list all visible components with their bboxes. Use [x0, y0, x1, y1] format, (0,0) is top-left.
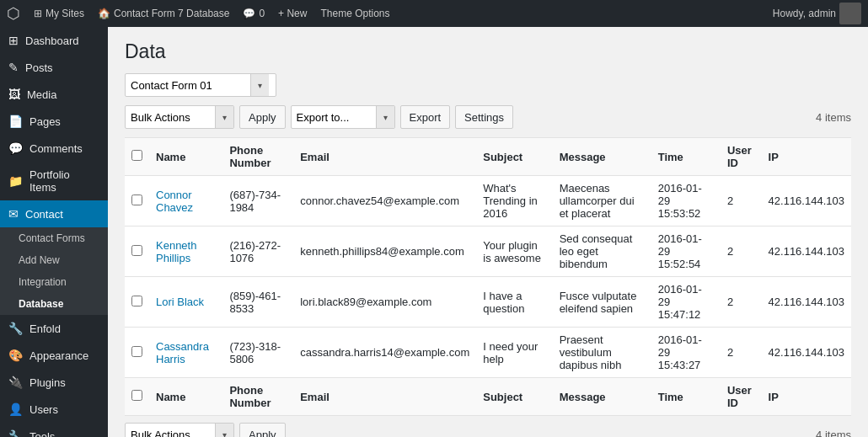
footer-email: Email [293, 378, 476, 416]
admin-bar-right: Howdy, admin [773, 3, 861, 24]
header-ip: IP [762, 138, 851, 176]
table-row: Connor Chavez (687)-734-1984 connor.chav… [125, 176, 851, 226]
my-sites-link[interactable]: ⊞ My Sites [34, 8, 84, 19]
sidebar-item-posts[interactable]: ✎ Posts [0, 54, 108, 81]
sidebar-item-tools[interactable]: 🔧 Tools [0, 423, 108, 437]
settings-button[interactable]: Settings [455, 105, 513, 129]
footer-time: Time [651, 378, 721, 416]
theme-options-link[interactable]: Theme Options [320, 8, 389, 19]
items-count-bottom: 4 items [816, 429, 851, 438]
bulk-actions-select-bottom[interactable]: Bulk Actions ▾ [125, 423, 234, 437]
bottom-toolbar: Bulk Actions ▾ Apply 4 items [125, 423, 851, 437]
comments-sidebar-icon: 💬 [8, 141, 23, 155]
sidebar-item-add-new[interactable]: Add New [0, 249, 108, 271]
apply-button-top[interactable]: Apply [239, 105, 286, 129]
cell-name-2: Lori Black [149, 277, 222, 328]
sidebar-item-comments[interactable]: 💬 Comments [0, 135, 108, 162]
sidebar-item-media[interactable]: 🖼 Media [0, 81, 108, 108]
row-checkbox-1[interactable] [131, 245, 142, 256]
cell-time-3: 2016-01-29 15:43:27 [651, 328, 721, 378]
cell-ip-0: 42.116.144.103 [762, 176, 851, 226]
cell-userid-0: 2 [721, 176, 762, 226]
header-phone: Phone Number [222, 138, 293, 176]
admin-bar: ⬡ ⊞ My Sites 🏠 Contact Form 7 Database 💬… [0, 0, 868, 27]
cell-phone-1: (216)-272-1076 [222, 226, 293, 277]
header-name: Name [149, 138, 222, 176]
plugins-icon: 🔌 [8, 376, 23, 389]
new-item-link[interactable]: + New [278, 8, 307, 19]
cell-time-2: 2016-01-29 15:47:12 [651, 277, 721, 328]
users-icon: 👤 [8, 402, 23, 416]
footer-name: Name [149, 378, 222, 416]
cell-ip-2: 42.116.144.103 [762, 277, 851, 328]
cell-phone-2: (859)-461-8533 [222, 277, 293, 328]
sidebar-item-plugins[interactable]: 🔌 Plugins [0, 369, 108, 396]
select-all-checkbox-bottom[interactable] [131, 390, 142, 401]
appearance-icon: 🎨 [8, 349, 23, 362]
sidebar-item-enfold[interactable]: 🔧 Enfold [0, 315, 108, 342]
cell-name-1: Kenneth Phillips [149, 226, 222, 277]
howdy-admin[interactable]: Howdy, admin [773, 3, 861, 24]
header-checkbox-col [125, 138, 149, 176]
cell-email-2: lori.black89@example.com [293, 277, 476, 328]
apply-button-bottom[interactable]: Apply [239, 423, 286, 437]
footer-message: Message [553, 378, 651, 416]
form-selector-arrow[interactable]: ▾ [250, 74, 269, 96]
cell-ip-1: 42.116.144.103 [762, 226, 851, 277]
main-layout: ⊞ Dashboard ✎ Posts 🖼 Media 📄 Pages 💬 Co… [0, 27, 868, 437]
export-to-arrow[interactable]: ▾ [376, 106, 394, 128]
bulk-actions-dropdown-bottom[interactable]: Bulk Actions [126, 424, 215, 437]
cell-time-0: 2016-01-29 15:53:52 [651, 176, 721, 226]
sidebar-item-portfolio[interactable]: 📁 Portfolio Items [0, 162, 108, 200]
sidebar-item-pages[interactable]: 📄 Pages [0, 108, 108, 135]
row-checkbox-2[interactable] [131, 296, 142, 306]
cell-message-2: Fusce vulputate eleifend sapien [553, 277, 651, 328]
header-email: Email [293, 138, 476, 176]
sidebar-item-appearance[interactable]: 🎨 Appearance [0, 342, 108, 369]
table-body: Connor Chavez (687)-734-1984 connor.chav… [125, 176, 851, 378]
avatar [839, 3, 861, 24]
sidebar-item-users[interactable]: 👤 Users [0, 396, 108, 423]
enfold-icon: 🔧 [8, 322, 23, 335]
form-selector-select[interactable]: Contact Form 01 [126, 74, 250, 96]
cell-subject-3: I need your help [476, 328, 552, 378]
header-userid: User ID [721, 138, 762, 176]
sidebar-item-contact-forms[interactable]: Contact Forms [0, 227, 108, 249]
cell-name-0: Connor Chavez [149, 176, 222, 226]
bulk-actions-arrow-top[interactable]: ▾ [215, 106, 233, 128]
footer-userid: User ID [721, 378, 762, 416]
comments-link[interactable]: 💬 0 [243, 8, 265, 19]
table-row: Cassandra Harris (723)-318-5806 cassandr… [125, 328, 851, 378]
comment-icon: 💬 [243, 8, 255, 19]
cell-message-0: Maecenas ullamcorper dui et placerat [553, 176, 651, 226]
sidebar-item-dashboard[interactable]: ⊞ Dashboard [0, 27, 108, 54]
bulk-actions-select-top[interactable]: Bulk Actions ▾ [125, 105, 234, 129]
bulk-actions-dropdown-top[interactable]: Bulk Actions [126, 106, 215, 128]
row-checkbox-0[interactable] [131, 195, 142, 205]
cell-message-3: Praesent vestibulum dapibus nibh [553, 328, 651, 378]
export-to-dropdown[interactable]: Export to... [292, 106, 376, 128]
footer-ip: IP [762, 378, 851, 416]
cell-time-1: 2016-01-29 15:52:54 [651, 226, 721, 277]
export-to-select[interactable]: Export to... ▾ [291, 105, 395, 129]
table-header-row: Name Phone Number Email Subject Message … [125, 138, 851, 176]
sidebar-item-database[interactable]: Database [0, 293, 108, 315]
row-checkbox-3[interactable] [131, 346, 142, 357]
items-count-top: 4 items [816, 111, 851, 124]
cell-userid-2: 2 [721, 277, 762, 328]
bulk-actions-arrow-bottom[interactable]: ▾ [215, 424, 233, 437]
media-icon: 🖼 [8, 88, 20, 101]
site-name-link[interactable]: 🏠 Contact Form 7 Database [98, 8, 229, 19]
dashboard-icon: ⊞ [8, 34, 19, 47]
footer-checkbox-col [125, 378, 149, 416]
sidebar-item-contact[interactable]: ✉ Contact [0, 200, 108, 227]
sidebar-item-integration[interactable]: Integration [0, 271, 108, 293]
export-button[interactable]: Export [400, 105, 451, 129]
form-selector[interactable]: Contact Form 01 ▾ [125, 73, 276, 97]
select-all-checkbox[interactable] [131, 150, 142, 161]
my-sites-icon: ⊞ [34, 8, 42, 19]
footer-phone: Phone Number [222, 378, 293, 416]
wp-logo[interactable]: ⬡ [7, 4, 20, 23]
header-subject: Subject [476, 138, 552, 176]
tools-icon: 🔧 [8, 429, 23, 437]
